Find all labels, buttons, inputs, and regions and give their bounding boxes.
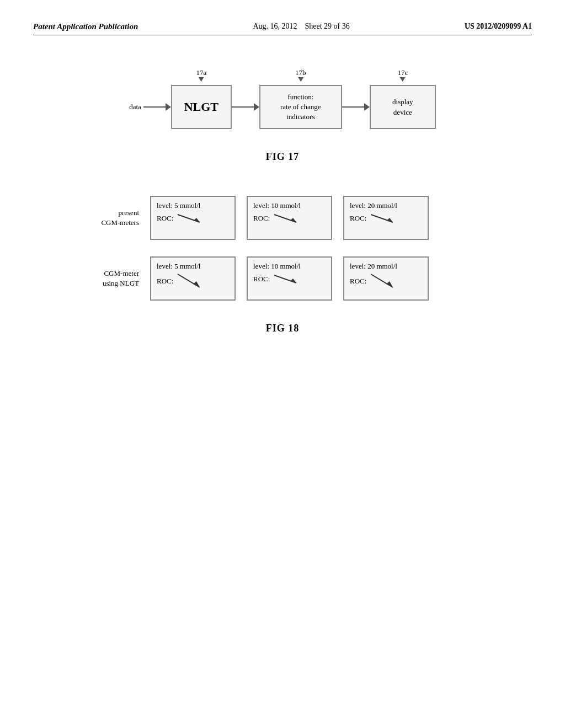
roc-row-r1b1: ROC: [157,212,229,224]
arrow-to-nlgt [143,101,171,113]
sheet-info: Sheet 29 of 36 [305,22,350,30]
data-label: data [129,103,141,111]
roc-label-r2b2: ROC: [253,275,270,283]
row2-label: CGM-meter using NLGT [67,269,139,288]
publication-label: Patent Application Publication [33,22,138,31]
roc-row-r1b2: ROC: [253,212,326,224]
patent-number: US 2012/0209099 A1 [465,22,532,31]
function-line3: indicators [286,112,315,122]
arrow-function-to-display [342,101,370,113]
fig18-row1-box2: level: 10 mmol/l ROC: [247,196,332,240]
fig18-row2-box3: level: 20 mmol/l ROC: [343,256,429,301]
level-text-r2b1: level: 5 mmol/l [157,262,229,271]
display-line1: display [392,97,413,108]
roc-label-r2b1: ROC: [157,277,173,286]
roc-label-r1b3: ROC: [350,214,366,223]
nlgt-text: NLGT [184,100,218,114]
header: Patent Application Publication Aug. 16, … [33,22,532,35]
roc-label-r1b2: ROC: [253,214,270,223]
fig18-row-2: CGM-meter using NLGT level: 5 mmol/l ROC… [67,256,498,301]
roc-arrow-r2b3 [370,273,397,290]
level-text-r1b2: level: 10 mmol/l [253,201,326,210]
fig18-row1-box3: level: 20 mmol/l ROC: [343,196,429,240]
box17b-wrapper: 17b function: rate of change indicators [259,85,342,129]
level-text-r2b3: level: 20 mmol/l [350,262,422,271]
fig18-section: present CGM-meters level: 5 mmol/l ROC: [33,196,532,334]
level-text-r2b2: level: 10 mmol/l [253,262,326,271]
display-line2: device [393,107,412,118]
pub-date: Aug. 16, 2012 [253,22,297,30]
roc-row-r1b3: ROC: [350,212,422,224]
fig18-row1-box1: level: 5 mmol/l ROC: [150,196,236,240]
fig17-caption: FIG 17 [266,151,300,163]
svg-marker-11 [386,281,393,287]
arrow-nlgt-to-function [232,101,259,113]
fig17-diagram: data 17a NLGT 17b function: rate of chan… [129,85,436,129]
box17c-label: 17c [397,68,408,77]
roc-arrow-r2b2 [273,273,301,285]
roc-row-r2b2: ROC: [253,273,326,285]
row1-label: present CGM-meters [67,208,139,228]
fig18-row2-box1: level: 5 mmol/l ROC: [150,256,236,301]
page: Patent Application Publication Aug. 16, … [0,0,565,728]
roc-arrow-r2b1 [177,273,204,290]
fig18-caption: FIG 18 [266,323,300,334]
level-text-r1b3: level: 20 mmol/l [350,201,422,210]
roc-label-r1b1: ROC: [157,214,173,223]
box-function: function: rate of change indicators [259,85,342,129]
header-center: Aug. 16, 2012 Sheet 29 of 36 [253,22,349,31]
data-input-group: data [129,101,171,113]
level-text-r1b1: level: 5 mmol/l [157,201,229,210]
roc-arrow-r1b1 [177,212,204,224]
function-line2: rate of change [280,102,321,112]
box17a-label: 17a [196,68,206,77]
roc-row-r2b1: ROC: [157,273,229,290]
fig18-row2-box2: level: 10 mmol/l ROC: [247,256,332,301]
fig17-section: data 17a NLGT 17b function: rate of chan… [33,63,532,163]
box17b-label: 17b [295,68,306,77]
box-nlgt: NLGT [171,85,232,129]
function-line1: function: [287,92,313,102]
box17a-wrapper: 17a NLGT [171,85,232,129]
roc-arrow-r1b3 [370,212,397,224]
box17c-wrapper: 17c display device [370,85,436,129]
box-display: display device [370,85,436,129]
fig18-grid: present CGM-meters level: 5 mmol/l ROC: [67,196,498,301]
fig18-row-1: present CGM-meters level: 5 mmol/l ROC: [67,196,498,240]
svg-marker-7 [193,281,200,287]
roc-label-r2b3: ROC: [350,277,366,286]
roc-arrow-r1b2 [273,212,301,224]
roc-row-r2b3: ROC: [350,273,422,290]
